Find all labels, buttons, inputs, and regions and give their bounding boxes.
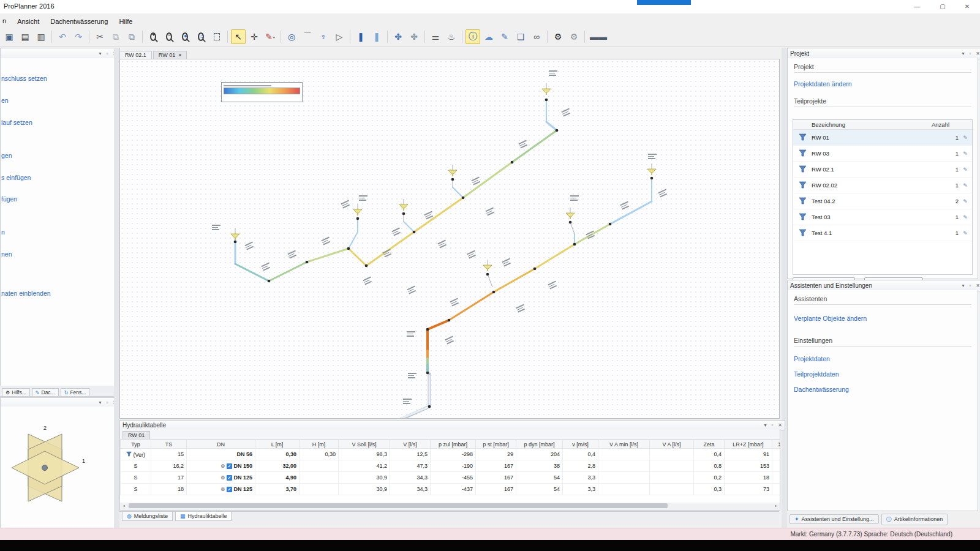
teilprojekt-row-1[interactable]: RW 031✎: [793, 146, 972, 162]
menu-item-hilfe[interactable]: Hilfe: [113, 16, 138, 27]
table-row[interactable]: (Ver)15DN 560,300,3098,312,5-298292040,4…: [121, 449, 781, 460]
left-tab-0[interactable]: ⚙Hilfs...: [2, 388, 30, 396]
panel-dropdown-icon[interactable]: ▾: [99, 51, 101, 56]
bottom-tab-meldungsliste[interactable]: ◍Meldungsliste: [122, 512, 173, 521]
panel-close-icon[interactable]: ✕: [976, 51, 980, 56]
arc-pipe-button[interactable]: ⌒: [300, 29, 315, 44]
scroll-right-arrow[interactable]: ▸: [773, 503, 779, 509]
column-header[interactable]: H [m]: [300, 440, 339, 449]
zoom-window-button[interactable]: [194, 29, 208, 44]
scroll-left-arrow[interactable]: ◂: [121, 503, 127, 509]
teilprojekt-row-4[interactable]: Test 04.22✎: [793, 193, 972, 209]
zoom-out-button[interactable]: [162, 29, 176, 44]
brush-icon[interactable]: ✎: [959, 151, 972, 157]
column-header[interactable]: DN: [187, 440, 255, 449]
column-header[interactable]: p dyn [mbar]: [516, 440, 563, 449]
hydraulik-table[interactable]: TypTSDNL [m]H [m]V Soll [l/s]V [l/s]p zu…: [120, 440, 780, 495]
check-icon[interactable]: ✓: [227, 475, 232, 481]
paste-button[interactable]: ⧉: [124, 29, 139, 44]
task-link-2[interactable]: lauf setzen: [1, 119, 32, 126]
hydraulik-hscrollbar[interactable]: ◂ ▸: [119, 503, 780, 511]
column-header[interactable]: LR+Z [mbar]: [725, 440, 772, 449]
verplante-objekte-link[interactable]: Verplante Objekte ändern: [794, 315, 867, 322]
zoom-previous-button[interactable]: [178, 29, 192, 44]
connect-b-button[interactable]: ✤: [407, 29, 421, 44]
save-button[interactable]: ▣: [2, 29, 17, 44]
connect-a-button[interactable]: ✤: [391, 29, 405, 44]
check-icon[interactable]: ✓: [227, 487, 232, 492]
panel-pin-icon[interactable]: ▫: [969, 51, 971, 56]
menu-item-ansicht[interactable]: Ansicht: [12, 16, 45, 27]
measure-button[interactable]: ⚌: [428, 29, 443, 44]
right-splitter[interactable]: [782, 48, 787, 528]
drawing-tab-rw01[interactable]: RW 01×: [153, 51, 187, 59]
task-link-4[interactable]: s einfügen: [1, 174, 31, 181]
panel-close-icon[interactable]: ✕: [976, 283, 980, 288]
copy-button[interactable]: ⧉: [108, 29, 123, 44]
task-link-5[interactable]: fügen: [1, 195, 17, 203]
table-row[interactable]: S16,2⚙ ✓ DN 15032,0041,247,3-190167382,8…: [121, 460, 781, 472]
node-button[interactable]: ◎: [284, 29, 299, 44]
teilprojekt-row-0[interactable]: RW 011✎: [793, 130, 972, 146]
check-icon[interactable]: ✓: [227, 463, 232, 469]
draw-pen-button[interactable]: ✎▾: [263, 29, 277, 44]
column-header[interactable]: Typ: [121, 440, 151, 449]
panel-toggle-button[interactable]: ▬▬: [588, 29, 609, 44]
brush-icon[interactable]: ✎: [959, 182, 972, 189]
minimize-button[interactable]: —: [908, 2, 926, 12]
vertical-pipe-button[interactable]: ❚: [353, 29, 368, 44]
teilprojekt-row-2[interactable]: RW 02.11✎: [793, 162, 972, 178]
settings-alt-button[interactable]: ⚙: [567, 29, 581, 44]
cloud-button[interactable]: ☁: [481, 29, 496, 44]
settings-link-1[interactable]: Teilprojektdaten: [794, 370, 839, 378]
right-bottom-tab-1[interactable]: ⓘArtikelinformationen: [881, 514, 948, 525]
column-header[interactable]: V A min [l/s]: [598, 440, 650, 449]
annotate-pen-button[interactable]: ✎: [497, 29, 512, 44]
left-tab-1[interactable]: ✎Dac...: [32, 388, 59, 396]
panel-dropdown-icon[interactable]: ▾: [99, 400, 101, 405]
zoom-in-button[interactable]: [146, 29, 160, 44]
teilprojekt-row-3[interactable]: RW 02.021✎: [793, 178, 972, 193]
menu-item-truncated[interactable]: n: [0, 15, 12, 26]
bottom-tab-hydrauliktabelle[interactable]: ▦Hydrauliktabelle: [175, 512, 232, 521]
report-button[interactable]: ▥: [34, 29, 48, 44]
settings-link-0[interactable]: Projektdaten: [794, 355, 830, 362]
teilprojekt-row-5[interactable]: Test 031✎: [793, 209, 972, 225]
column-header[interactable]: L [m]: [255, 440, 300, 449]
right-bottom-tab-0[interactable]: ✦Assistenten und Einstellung...: [790, 514, 879, 524]
roof-drain-button[interactable]: ♆: [316, 29, 331, 44]
menu-item-dachentwsserung[interactable]: Dachentwässerung: [45, 16, 113, 27]
task-link-8[interactable]: naten einblenden: [1, 290, 51, 297]
column-header[interactable]: V [l/s]: [390, 440, 431, 449]
brush-icon[interactable]: ✎: [959, 167, 972, 173]
hydraulik-tab[interactable]: RW 01: [123, 431, 150, 439]
drawing-canvas[interactable]: [119, 59, 780, 419]
brush-icon[interactable]: ✎: [959, 198, 972, 204]
task-link-6[interactable]: n: [1, 228, 5, 236]
column-header[interactable]: V A [l/s]: [650, 440, 694, 449]
maximize-button[interactable]: ▢: [933, 2, 952, 12]
panel-pin-icon[interactable]: ▫: [106, 400, 108, 405]
projektdaten-aendern-link[interactable]: Projektdaten ändern: [794, 80, 852, 88]
table-row[interactable]: S18⚙ ✓ DN 1253,7030,934,3-437167543,30,3…: [121, 484, 781, 495]
task-link-0[interactable]: nschluss setzen: [1, 75, 47, 82]
lasso-select-button[interactable]: ✛: [247, 29, 262, 44]
scrollbar-thumb[interactable]: [129, 503, 668, 508]
col-bezeichnung[interactable]: Bezeichnung: [812, 121, 932, 128]
column-header[interactable]: p zul [mbar]: [431, 440, 476, 449]
info-button[interactable]: ⓘ: [466, 29, 480, 44]
column-header[interactable]: p st [mbar]: [476, 440, 516, 449]
link-button[interactable]: ∞: [529, 29, 544, 44]
coil-button[interactable]: ♨: [444, 29, 459, 44]
column-header[interactable]: v [m/s]: [563, 440, 598, 449]
print-button[interactable]: ▤: [18, 29, 32, 44]
task-link-1[interactable]: en: [1, 97, 9, 104]
redo-button[interactable]: ↷: [71, 29, 86, 44]
brush-icon[interactable]: ✎: [959, 230, 972, 236]
left-tab-2[interactable]: ↻Fens...: [61, 388, 90, 396]
panel-close-icon[interactable]: ✕: [778, 422, 782, 428]
tab-close-icon[interactable]: ×: [178, 52, 181, 58]
panel-dropdown-icon[interactable]: ▾: [962, 51, 964, 56]
column-header[interactable]: Σ(LR+Z): [772, 440, 781, 449]
export-button[interactable]: ❏: [513, 29, 528, 44]
